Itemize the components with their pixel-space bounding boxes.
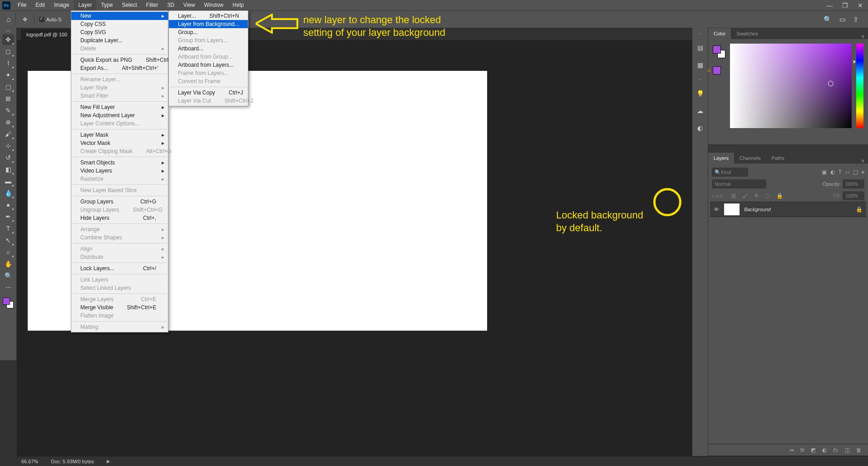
filter-adjust-icon[interactable]: ◐ [830,169,835,175]
layer-menu-smart-objects[interactable]: Smart Objects▸ [71,159,168,167]
lasso-tool[interactable]: ⌇ [2,58,14,69]
lock-position-icon[interactable]: ✥ [752,193,760,199]
move-tool-indicator[interactable]: ✥ [20,15,30,24]
layer-new-layer-from-background[interactable]: Layer from Background... [169,20,248,28]
tab-color[interactable]: Color [708,28,731,39]
tab-layers[interactable]: Layers [708,153,734,164]
layer-thumbnail[interactable] [724,203,740,215]
link-layers-icon[interactable]: ⇔ [789,447,794,453]
layer-menu-copy-svg[interactable]: Copy SVG [71,28,168,36]
search-icon[interactable]: 🔍 [824,15,832,24]
history-panel-icon[interactable]: ▤ [695,43,705,53]
foreground-background-swatch[interactable] [2,297,15,309]
panel-fgbg-swatch[interactable] [713,45,725,58]
crop-tool[interactable]: ▢ [2,81,14,92]
layer-menu-lock-layers[interactable]: Lock Layers...Ctrl+/ [71,264,168,273]
lock-brush-icon[interactable]: 🖌 [740,193,750,199]
out-of-gamut-swatch[interactable] [713,66,721,74]
layer-menu-hide-layers[interactable]: Hide LayersCtrl+, [71,214,168,222]
delete-layer-icon[interactable]: 🗑 [856,447,862,453]
minimize-button[interactable]: — [822,2,837,9]
layer-menu-new[interactable]: New▸ [71,12,168,20]
visibility-icon[interactable]: 👁 [714,206,720,213]
filter-shape-icon[interactable]: ▱ [845,169,849,175]
libraries-panel-icon[interactable]: ☁ [695,106,705,116]
properties-panel-icon[interactable]: ▦ [695,60,705,70]
layer-new-layer[interactable]: Layer...Shift+Ctrl+N [169,12,248,20]
zoom-tool[interactable]: 🔍 [2,270,14,281]
blend-mode-dropdown[interactable]: Normal [712,179,766,188]
layer-menu-new-adjustment-layer[interactable]: New Adjustment Layer▸ [71,111,168,119]
document-size[interactable]: Doc: 5.93M/0 bytes [51,459,94,464]
gradient-tool[interactable]: ▬ [2,176,14,187]
layer-menu-duplicate-layer[interactable]: Duplicate Layer... [71,36,168,45]
layer-new-layer-via-copy[interactable]: Layer Via CopyCtrl+J [169,89,248,97]
move-tool[interactable]: ✥ [2,34,14,45]
layer-new-group[interactable]: Group... [169,28,248,36]
layer-style-icon[interactable]: fx [800,447,804,453]
new-layer-icon[interactable]: ◫ [845,447,850,453]
hand-tool[interactable]: ✋ [2,258,14,269]
close-button[interactable]: ✕ [853,2,868,9]
toolbox-grip[interactable] [4,30,13,32]
layer-menu-copy-css[interactable]: Copy CSS [71,20,168,28]
new-group-icon[interactable]: 🗀 [833,447,838,453]
tab-channels[interactable]: Channels [734,153,766,164]
hue-slider[interactable] [856,44,863,128]
panel-menu-icon[interactable]: ≡ [858,34,868,39]
pen-tool[interactable]: ✒ [2,211,14,222]
layer-menu-merge-visible[interactable]: Merge VisibleShift+Ctrl+E [71,303,168,312]
menu-item-edit[interactable]: Edit [31,0,49,10]
layer-menu-new-fill-layer[interactable]: New Fill Layer▸ [71,103,168,111]
adjustments-panel-icon[interactable]: ◐ [695,123,705,133]
document-tab[interactable]: logopdf.pdf @ 100 [21,29,73,40]
filter-pixel-icon[interactable]: ▣ [822,169,827,175]
new-adjustment-icon[interactable]: ◐ [822,447,827,453]
menu-item-help[interactable]: Help [228,0,248,10]
layer-menu-export-as[interactable]: Export As...Alt+Shift+Ctrl+' [71,64,168,72]
clone-stamp-tool[interactable]: ⊹ [2,140,14,151]
tab-paths[interactable]: Paths [766,153,790,164]
healing-brush-tool[interactable]: ⊕ [2,117,14,128]
eyedropper-tool[interactable]: ✎ [2,105,14,116]
lock-artboard-icon[interactable]: ▢ [763,193,772,199]
panel-menu-icon[interactable]: ≡ [858,158,868,164]
fill-field[interactable]: 100% [843,191,864,200]
menu-item-filter[interactable]: Filter [142,0,163,10]
magic-wand-tool[interactable]: ✦ [2,69,14,80]
menu-item-layer[interactable]: Layer [74,0,96,10]
path-selection-tool[interactable]: ↖ [2,235,14,246]
layer-menu-video-layers[interactable]: Video Layers▸ [71,167,168,175]
layer-menu-quick-export-as-png[interactable]: Quick Export as PNGShift+Ctrl+' [71,56,168,64]
shape-tool[interactable]: ○ [2,247,14,258]
menu-item-window[interactable]: Window [200,0,228,10]
lock-all-icon[interactable]: 🔒 [774,193,785,199]
dodge-tool[interactable]: ● [2,199,14,210]
zoom-level[interactable]: 66.67% [21,459,38,464]
layer-menu-group-layers[interactable]: Group LayersCtrl+G [71,198,168,206]
tab-swatches[interactable]: Swatches [731,28,764,39]
layer-menu-layer-mask[interactable]: Layer Mask▸ [71,131,168,139]
filter-toggle-icon[interactable] [862,171,864,174]
edit-toolbar[interactable]: ⋯ [2,282,14,293]
menu-item-3d[interactable]: 3D [163,0,178,10]
eraser-tool[interactable]: ◧ [2,164,14,175]
learn-panel-icon[interactable]: 💡 [695,89,705,99]
blur-tool[interactable]: 💧 [2,188,14,198]
strip-grip[interactable]: •• [695,77,705,81]
menu-item-type[interactable]: Type [96,0,117,10]
layer-new-artboard-from-layers[interactable]: Artboard from Layers... [169,61,248,69]
layer-menu-vector-mask[interactable]: Vector Mask▸ [71,139,168,147]
share-icon[interactable]: ⇪ [853,15,859,24]
menu-item-view[interactable]: View [179,0,200,10]
filter-type-icon[interactable]: T [838,169,842,175]
workspace-icon[interactable]: ▭ [839,15,846,24]
menu-item-select[interactable]: Select [117,0,141,10]
layer-mask-icon[interactable]: ◩ [811,447,816,453]
marquee-tool[interactable]: ◻ [2,46,14,57]
frame-tool[interactable]: ⊠ [2,93,14,104]
history-brush-tool[interactable]: ↺ [2,152,14,163]
status-flyout-icon[interactable]: ▶ [107,459,110,464]
layer-row-background[interactable]: 👁 Background 🔒 [710,202,866,217]
strip-grip[interactable]: •• [695,31,705,35]
